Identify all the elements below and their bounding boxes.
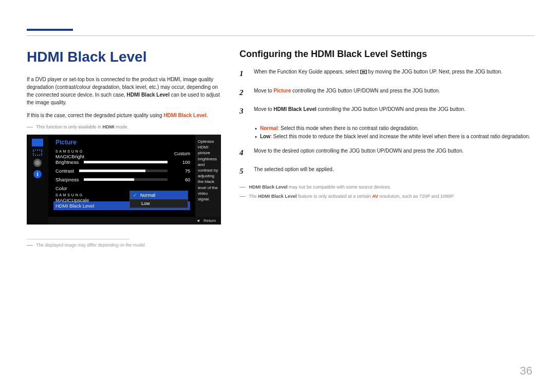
osd-screenshot: i Picture S A M S U N GMAGICBright Custo… — [27, 135, 221, 225]
step-text: When the Function Key Guide appears, sel… — [254, 68, 503, 80]
options-bullets: Normal: Select this mode when there is n… — [255, 124, 534, 141]
step-text: Move to the desired option controlling t… — [254, 147, 464, 159]
step-text: The selected option will be applied. — [254, 165, 334, 177]
intro-para-1: If a DVD player or set-top box is connec… — [27, 76, 222, 106]
option-label: Normal — [140, 193, 155, 198]
bullet-normal: Normal: Select this mode when there is n… — [255, 124, 534, 133]
check-icon: ✓ — [133, 193, 137, 198]
steps-list-cont: 4 Move to the desired option controlling… — [239, 147, 534, 177]
osd-label: Color — [55, 185, 67, 191]
osd-label: S A M S U N GMAGICUpscale — [55, 192, 89, 203]
accent-hbl: HDMI Black Level — [163, 113, 206, 118]
step-number: 4 — [239, 147, 247, 159]
step-number: 2 — [239, 87, 247, 99]
footnote-divider — [27, 239, 130, 239]
slider-bar — [84, 178, 168, 181]
left-column: HDMI Black Level If a DVD player or set-… — [27, 49, 222, 248]
page-number: 36 — [520, 364, 532, 378]
return-label: Return — [203, 218, 216, 223]
info-icon: i — [27, 170, 48, 178]
note-compatibility: HDMI Black Level may not be compatible w… — [239, 184, 534, 190]
osd-sidebar: i — [27, 135, 48, 225]
osd-side-text: Optimize HDMI picture brightness and con… — [198, 139, 218, 201]
osd-row-contrast: Contrast 75 — [55, 166, 190, 175]
osd-footer: ◄ Return — [48, 217, 221, 225]
osd-value: 75 — [173, 169, 190, 174]
note-dash-icon — [239, 187, 246, 188]
text: If this is the case, correct the degrade… — [27, 113, 163, 118]
step-5: 5 The selected option will be applied. — [239, 165, 534, 177]
bold-hdmi: HDMI — [102, 124, 114, 129]
text: mode. — [114, 124, 128, 129]
right-column: Configuring the HDMI Black Level Setting… — [239, 49, 534, 248]
text: The displayed image may differ depending… — [36, 242, 146, 248]
osd-row-brightness: Brightness 100 — [55, 158, 190, 166]
slider-bar — [79, 170, 168, 172]
osd-description-panel: Optimize HDMI picture brightness and con… — [195, 135, 221, 225]
step-text: Move to Picture controlling the JOG butt… — [254, 87, 440, 99]
note-resolution: The HDMI Black Level feature is only act… — [239, 194, 534, 199]
osd-label: Sharpness — [55, 177, 79, 182]
bullet-low: Low: Select this mode to reduce the blac… — [255, 133, 534, 141]
slider-bar — [84, 161, 168, 163]
osd-popup-menu: ✓ Normal Low — [130, 191, 188, 208]
step-number: 1 — [239, 68, 247, 80]
osd-title: Picture — [55, 139, 190, 146]
note-dash-icon — [27, 245, 33, 246]
osd-value: Custom — [173, 151, 190, 156]
osd-popup-option-low: Low — [130, 199, 188, 208]
osd-label: HDMI Black Level — [55, 203, 95, 209]
osd-value: 60 — [173, 177, 190, 182]
osd-row-sharpness: Sharpness 60 — [55, 175, 190, 184]
intro-para-2: If this is the case, correct the degrade… — [27, 111, 222, 119]
gear-icon — [27, 159, 48, 167]
section-title: Configuring the HDMI Black Level Setting… — [239, 49, 534, 60]
osd-label: S A M S U N GMAGICBright — [55, 148, 84, 159]
osd-label: Contrast — [55, 168, 74, 174]
page-content: HDMI Black Level If a DVD player or set-… — [27, 49, 534, 248]
osd-row-magicbright: S A M S U N GMAGICBright Custom — [55, 149, 190, 158]
step-text: Move to HDMI Black Level controlling the… — [254, 105, 466, 117]
step-2: 2 Move to Picture controlling the JOG bu… — [239, 87, 534, 99]
step-1: 1 When the Function Key Guide appears, s… — [239, 68, 534, 80]
monitor-icon — [27, 139, 48, 146]
step-3: 3 Move to HDMI Black Level controlling t… — [239, 105, 534, 117]
osd-value: 100 — [173, 160, 190, 165]
header-accent-bar — [27, 29, 73, 31]
disclaimer-footnote: The displayed image may differ depending… — [27, 242, 222, 248]
step-number: 3 — [239, 105, 247, 117]
note-dash-icon — [239, 196, 246, 197]
osd-label: Brightness — [55, 159, 79, 165]
menu-icon — [360, 70, 367, 74]
step-number: 5 — [239, 165, 247, 177]
osd-popup-option-normal: ✓ Normal — [130, 191, 188, 199]
note-hdmi-mode: This function is only available in HDMI … — [27, 124, 222, 129]
step-4: 4 Move to the desired option controlling… — [239, 147, 534, 159]
header-divider — [27, 35, 534, 36]
bold-hbl: HDMI Black Level — [127, 92, 170, 98]
page-title: HDMI Black Level — [27, 49, 222, 65]
text: . — [207, 113, 208, 118]
text: This function is only available in — [36, 124, 102, 129]
option-label: Low — [141, 201, 150, 206]
frame-icon — [27, 150, 48, 156]
arrow-left-icon: ◄ — [196, 218, 200, 223]
note-dash-icon — [27, 127, 33, 127]
steps-list: 1 When the Function Key Guide appears, s… — [239, 68, 534, 117]
